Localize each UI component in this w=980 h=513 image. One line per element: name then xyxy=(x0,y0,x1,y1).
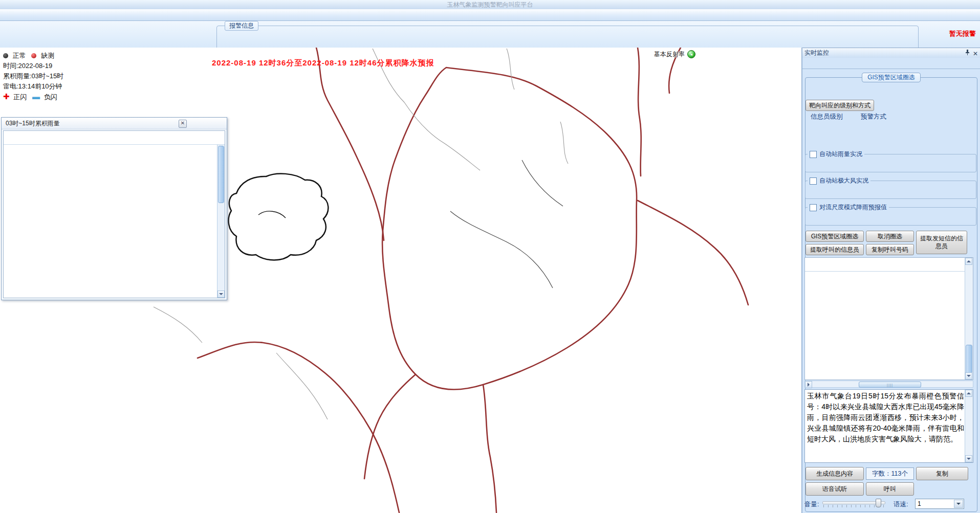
scroll-down-icon[interactable] xyxy=(217,291,225,298)
rain-table-scrollbar[interactable] xyxy=(217,145,225,298)
warning-message-box[interactable]: 玉林市气象台19日5时15分发布暴雨橙色预警信号：4时以来兴业县城隍大西水库已出… xyxy=(804,389,973,463)
scroll-up-icon[interactable] xyxy=(965,258,972,265)
rain-realtime-group: 自动站雨量实况 xyxy=(805,150,976,172)
accum-label: 累积雨量:03时~15时 xyxy=(3,71,63,81)
negative-flash-icon: ▬ xyxy=(32,92,40,101)
scroll-down-icon[interactable] xyxy=(965,372,972,380)
panel-title: 实时监控 ✕ xyxy=(802,48,980,58)
extract-call-button[interactable]: 提取呼叫的信息员 xyxy=(805,244,864,255)
contacts-hscrollbar[interactable]: |||| xyxy=(804,381,973,388)
rain-table-header xyxy=(4,131,225,145)
informer-level-label: 信息员级别 xyxy=(811,113,843,121)
speed-label: 语速: xyxy=(894,500,908,509)
wind-realtime-group: 自动站极大风实况 xyxy=(805,176,976,199)
positive-flash-icon: ✚ xyxy=(3,92,10,101)
toolbar: 报警信息 暂无报警 xyxy=(0,21,980,48)
cancel-select-button[interactable]: 取消圈选 xyxy=(866,231,914,242)
legend-collapse-button[interactable]: ◂ xyxy=(687,50,695,58)
rain-table-title: 03时~15时累积雨量 ✕ xyxy=(2,118,227,129)
lightning-label: 雷电:13:14前10分钟 xyxy=(3,81,63,92)
station-status-legend: 正常 缺测 时间:2022-08-19 累积雨量:03时~15时 雷电:13:1… xyxy=(3,51,63,102)
pin-icon[interactable] xyxy=(965,49,970,55)
voice-preview-button[interactable]: 语音试听 xyxy=(805,482,864,496)
alarm-status: 暂无报警 xyxy=(949,29,976,38)
contacts-header xyxy=(805,258,973,272)
missing-station-label: 缺测 xyxy=(41,52,54,59)
close-icon[interactable]: ✕ xyxy=(179,120,187,128)
scroll-right-icon[interactable] xyxy=(805,381,812,388)
scroll-down-icon[interactable] xyxy=(965,455,972,462)
call-level-button[interactable]: 靶向叫应的级别和方式 xyxy=(805,100,874,111)
char-count: 字数： 113个 xyxy=(866,467,914,480)
monitor-tabs xyxy=(802,58,980,69)
forecast-checkbox[interactable] xyxy=(810,204,817,211)
generate-message-button[interactable]: 生成信息内容 xyxy=(805,467,864,480)
contacts-scrollbar[interactable] xyxy=(965,258,973,380)
chevron-down-icon xyxy=(954,500,963,508)
rain-table-window: 03时~15时累积雨量 ✕ xyxy=(1,117,227,300)
extract-sms-button[interactable]: 提取发短信的信息员 xyxy=(916,231,967,254)
reflectivity-legend: 基本反射率 ◂ xyxy=(654,50,715,59)
call-button[interactable]: 呼叫 xyxy=(866,482,914,496)
normal-station-label: 正常 xyxy=(13,52,26,59)
legend-title: 基本反射率 xyxy=(654,50,685,59)
rain-table xyxy=(3,130,225,298)
positive-flash-label: 正闪 xyxy=(13,93,27,101)
normal-station-icon xyxy=(3,53,8,58)
message-scrollbar[interactable] xyxy=(965,390,973,462)
window-title: 玉林气象监测预警靶向叫应平台 xyxy=(0,0,980,9)
alarm-info-group: 报警信息 xyxy=(216,21,919,50)
gis-select-button[interactable]: GIS预警区域圈选 xyxy=(805,231,864,242)
volume-slider[interactable] xyxy=(822,499,885,508)
close-icon[interactable]: ✕ xyxy=(973,49,978,59)
volume-label: 音量: xyxy=(804,500,819,509)
radar-map[interactable]: 2022-08-19 12时36分至2022-08-19 12时46分累积降水预… xyxy=(0,48,802,513)
gis-groupbox-label: GIS预警区域圈选 xyxy=(862,73,921,82)
menu-bar xyxy=(0,9,980,21)
warning-method-label: 预警方式 xyxy=(861,113,886,121)
forecast-group: 对流尺度模式降雨预报值 xyxy=(805,203,976,226)
missing-station-icon xyxy=(31,53,36,58)
scroll-up-icon[interactable] xyxy=(965,390,972,397)
negative-flash-label: 负闪 xyxy=(44,93,57,101)
time-label: 时间:2022-08-19 xyxy=(3,61,63,71)
contacts-table xyxy=(804,257,973,380)
copy-numbers-button[interactable]: 复制呼叫号码 xyxy=(866,244,914,255)
copy-button[interactable]: 复制 xyxy=(916,467,968,480)
speed-select[interactable]: 1 xyxy=(915,499,964,509)
map-title: 2022-08-19 12时36分至2022-08-19 12时46分累积降水预… xyxy=(212,58,434,68)
rain-realtime-checkbox[interactable] xyxy=(810,151,817,158)
realtime-monitor-panel: 实时监控 ✕ GIS预警区域圈选 靶向叫应的级别和方式 信息员级别 预警方式 自… xyxy=(802,48,980,513)
alarm-info-label: 报警信息 xyxy=(225,21,258,31)
wind-realtime-checkbox[interactable] xyxy=(810,177,817,185)
